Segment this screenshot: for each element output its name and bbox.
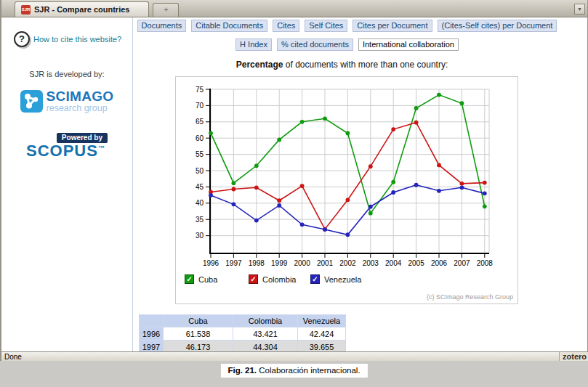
svg-text:70: 70 bbox=[196, 102, 204, 110]
legend-label: Cuba bbox=[198, 275, 217, 284]
svg-text:2001: 2001 bbox=[317, 259, 334, 267]
svg-text:40: 40 bbox=[196, 199, 204, 207]
svg-text:35: 35 bbox=[196, 216, 204, 224]
tab-cites[interactable]: Cites bbox=[273, 20, 299, 32]
svg-text:2008: 2008 bbox=[477, 259, 494, 267]
svg-text:75: 75 bbox=[196, 86, 204, 94]
svg-text:1997: 1997 bbox=[225, 259, 242, 267]
legend-label: Colombia bbox=[262, 275, 296, 284]
table-header-venezuela: Venezuela bbox=[298, 315, 345, 327]
tab-documents[interactable]: Documents bbox=[137, 20, 187, 32]
new-tab-button[interactable]: + bbox=[153, 3, 179, 17]
value-cell: 43.421 bbox=[233, 327, 297, 340]
svg-text:30: 30 bbox=[196, 232, 204, 240]
status-bar: Done zotero bbox=[1, 351, 588, 361]
table-header-row: Cuba Colombia Venezuela bbox=[140, 315, 345, 327]
figure-caption: Fig. 21. Colaboración internacional. bbox=[220, 364, 367, 378]
legend-item-colombia: ✓Colombia bbox=[249, 274, 296, 284]
caption-area: Fig. 21. Colaboración internacional. bbox=[0, 361, 588, 387]
main-panel: Documents Citable Documents Cites Self C… bbox=[133, 17, 587, 351]
svg-text:2007: 2007 bbox=[454, 259, 470, 267]
nav-row-1: Documents Citable Documents Cites Self C… bbox=[133, 20, 587, 32]
scimago-logo[interactable]: SCIMAGO research group bbox=[1, 89, 132, 113]
tab-cites-per-document[interactable]: Cites per Document bbox=[353, 20, 432, 32]
scopus-logo[interactable]: Powered by SCOPUS™ bbox=[26, 133, 108, 159]
status-text: Done bbox=[1, 353, 22, 361]
svg-text:2005: 2005 bbox=[408, 259, 424, 267]
sidebar: ? How to cite this website? SJR is devel… bbox=[1, 17, 133, 351]
nav-row-2: H Index % cited documents International … bbox=[133, 38, 587, 51]
scimago-subtitle: research group bbox=[47, 104, 114, 113]
legend-checkbox-venezuela[interactable]: ✓ bbox=[310, 274, 320, 284]
developed-by-label: SJR is developed by: bbox=[1, 70, 132, 78]
sjr-favicon-icon: SJR bbox=[21, 5, 31, 15]
svg-text:55: 55 bbox=[196, 150, 204, 158]
svg-text:1999: 1999 bbox=[271, 259, 288, 267]
table-header-colombia: Colombia bbox=[233, 315, 297, 327]
chart-title: Percentage of documents with more than o… bbox=[133, 60, 587, 70]
tab-list-dropdown-button[interactable]: ▾ bbox=[574, 4, 585, 15]
value-cell: 61.538 bbox=[164, 327, 233, 340]
scimago-name: SCIMAGO bbox=[47, 89, 114, 103]
legend-label: Venezuela bbox=[324, 275, 361, 284]
tab-sjr-compare-countries[interactable]: SJR SJR - Compare countries bbox=[15, 1, 149, 17]
svg-text:60: 60 bbox=[196, 134, 204, 142]
legend-item-cuba: ✓Cuba bbox=[185, 274, 217, 284]
tab-percent-cited-documents[interactable]: % cited documents bbox=[277, 38, 353, 51]
legend-checkbox-cuba[interactable]: ✓ bbox=[185, 274, 194, 284]
tab-citable-documents[interactable]: Citable Documents bbox=[191, 20, 267, 32]
legend-checkbox-colombia[interactable]: ✓ bbox=[249, 274, 258, 284]
tab-title: SJR - Compare countries bbox=[34, 5, 129, 14]
svg-text:2006: 2006 bbox=[431, 259, 448, 267]
svg-text:45: 45 bbox=[196, 183, 204, 191]
tab-h-index[interactable]: H Index bbox=[235, 38, 272, 51]
line-chart: 3035404550556065707519961997199819992000… bbox=[176, 77, 517, 304]
table-row: 1996 61.538 43.421 42.424 bbox=[140, 327, 345, 340]
browser-window: SJR SJR - Compare countries + ▾ ? How to… bbox=[0, 0, 588, 361]
how-to-cite-link[interactable]: How to cite this website? bbox=[33, 35, 121, 44]
cite-row: ? How to cite this website? bbox=[14, 31, 132, 47]
tab-bar: SJR SJR - Compare countries + ▾ bbox=[1, 0, 587, 17]
tab-self-cites[interactable]: Self Cites bbox=[305, 20, 347, 32]
year-cell: 1996 bbox=[140, 327, 163, 340]
trademark-symbol: ™ bbox=[98, 144, 105, 151]
table-header-cuba: Cuba bbox=[164, 315, 233, 327]
svg-text:65: 65 bbox=[196, 118, 204, 126]
value-cell: 42.424 bbox=[298, 327, 345, 340]
svg-text:2002: 2002 bbox=[339, 259, 356, 267]
tab-international-collaboration[interactable]: International collaboration bbox=[358, 38, 459, 51]
scimago-icon bbox=[20, 90, 43, 113]
browser-content: ? How to cite this website? SJR is devel… bbox=[1, 17, 587, 351]
svg-text:2000: 2000 bbox=[294, 259, 310, 267]
svg-text:1998: 1998 bbox=[249, 259, 265, 267]
svg-text:50: 50 bbox=[196, 167, 204, 175]
tab-cites-self-cites-per-document[interactable]: (Cites-Self cites) per Document bbox=[438, 20, 557, 32]
zotero-button[interactable]: zotero bbox=[559, 352, 588, 361]
chart-copyright: (c) SCImago Research Group bbox=[427, 293, 513, 301]
scopus-name: SCOPUS™ bbox=[26, 143, 108, 159]
legend-item-venezuela: ✓Venezuela bbox=[310, 274, 361, 284]
chart-panel: 3035404550556065707519961997199819992000… bbox=[175, 76, 518, 304]
question-mark-icon[interactable]: ? bbox=[14, 31, 30, 47]
svg-text:2004: 2004 bbox=[385, 259, 402, 267]
table-header-empty bbox=[140, 315, 163, 327]
svg-text:1996: 1996 bbox=[203, 259, 220, 267]
data-table: Cuba Colombia Venezuela 1996 61.538 43.4… bbox=[139, 314, 346, 354]
svg-text:2003: 2003 bbox=[363, 259, 379, 267]
